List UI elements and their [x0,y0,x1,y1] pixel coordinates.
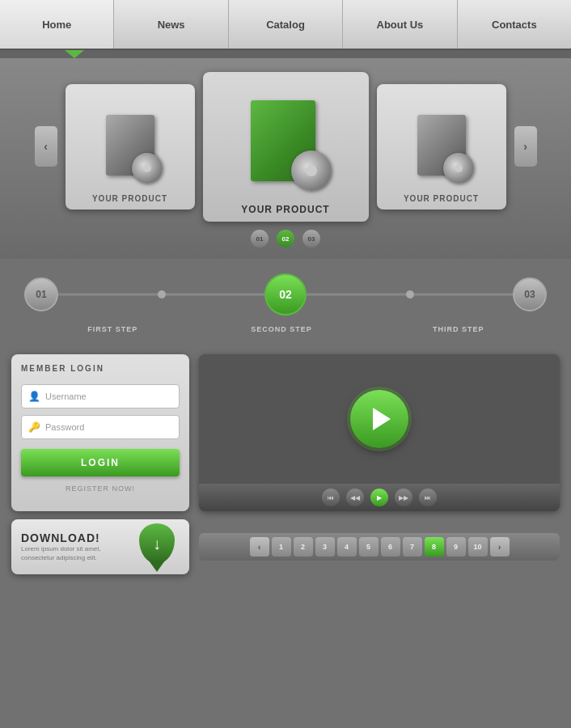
box-disc-3 [443,153,474,184]
step-label-item-1: FIRST STEP [24,320,201,335]
step-circle-1: 01 [24,277,58,311]
user-icon: 👤 [28,391,40,402]
step-circle-3: 03 [513,277,547,311]
login-button[interactable]: LOGIN [21,449,180,476]
carousel-prev[interactable]: ‹ [35,126,57,167]
video-play-ctrl[interactable]: ▶ [370,489,388,506]
step-dot-2 [406,290,414,298]
pagination-prev[interactable]: ‹ [250,537,269,557]
page-7[interactable]: 7 [403,537,422,557]
pagination-next[interactable]: › [490,537,510,557]
login-panel: MEMBER LOGIN 👤 Username 🔑 Password LOGIN… [11,354,189,511]
play-button[interactable] [350,390,408,448]
bottom-row: DOWNLOAD! Lorem ipsum dolor sit amet, co… [0,519,571,582]
username-placeholder: Username [45,392,87,401]
pagination: ‹ 1 2 3 4 5 6 7 8 9 10 › [199,533,560,561]
download-icon-wrap: ↓ [139,523,180,570]
page-5[interactable]: 5 [359,537,379,557]
box-disc-2 [291,150,332,191]
play-icon [373,408,391,430]
step-connector-2 [307,293,513,296]
video-skip-forward[interactable]: ⏭ [419,489,437,506]
nav-indicator [0,50,571,58]
bottom-section: MEMBER LOGIN 👤 Username 🔑 Password LOGIN… [0,346,571,519]
carousel-dot-2[interactable]: 02 [277,230,294,248]
download-widget: DOWNLOAD! Lorem ipsum dolor sit amet, co… [11,519,189,574]
video-forward[interactable]: ▶▶ [395,489,412,506]
carousel-track: ‹ YOUR PRODUCT YOUR PRODUCT YOUR PRODUCT [0,70,571,223]
step-label-3: THIRD STEP [433,325,484,333]
product-box-1 [98,115,163,188]
step-circle-2: 02 [264,273,307,315]
steps-track: 01 02 03 [24,273,547,315]
product-box-3 [409,115,474,188]
video-panel: ⏮ ◀◀ ▶ ▶▶ ⏭ [199,354,560,511]
page-2[interactable]: 2 [294,537,313,557]
video-rewind[interactable]: ◀◀ [346,489,364,506]
card-label-2: YOUR PRODUCT [241,204,329,215]
carousel-dot-3[interactable]: 03 [302,230,320,248]
page-4[interactable]: 4 [337,537,357,557]
step-label-1: FIRST STEP [87,325,137,333]
nav-item-home[interactable]: Home [0,0,114,49]
page-1[interactable]: 1 [272,537,291,557]
nav-item-catalog[interactable]: Catalog [229,0,343,49]
step-label-item-2: SECOND STEP [193,320,370,335]
steps-labels: FIRST STEP SECOND STEP THIRD STEP [24,315,547,335]
page-8[interactable]: 8 [425,537,444,557]
page-10[interactable]: 10 [468,537,488,557]
card-label-1: YOUR PRODUCT [92,194,167,203]
download-title: DOWNLOAD! [21,531,131,544]
step-label-item-3: THIRD STEP [370,320,547,335]
card-label-3: YOUR PRODUCT [404,194,479,203]
product-box-2 [241,100,330,197]
step-connector-1 [58,293,264,296]
login-title: MEMBER LOGIN [21,364,180,373]
page-3[interactable]: 3 [315,537,335,557]
step-dot-1 [158,290,166,298]
password-placeholder: Password [45,422,84,432]
carousel-card-3[interactable]: YOUR PRODUCT [377,84,506,210]
key-icon: 🔑 [28,421,40,433]
download-arrow-icon: ↓ [153,535,161,552]
username-field[interactable]: 👤 Username [21,384,180,408]
nav-item-contacts[interactable]: Contacts [458,0,571,49]
register-link[interactable]: REGISTER NOW! [21,485,180,493]
step-label-2: SECOND STEP [251,325,312,333]
nav-item-news[interactable]: News [114,0,228,49]
download-desc: Lorem ipsum dolor sit amet, consectetur … [21,544,131,562]
carousel-section: ‹ YOUR PRODUCT YOUR PRODUCT YOUR PRODUCT [0,58,571,259]
download-text: DOWNLOAD! Lorem ipsum dolor sit amet, co… [21,531,131,562]
box-disc-1 [132,153,163,184]
password-field[interactable]: 🔑 Password [21,415,180,439]
download-pin[interactable]: ↓ [139,523,175,564]
page-6[interactable]: 6 [381,537,400,557]
carousel-dots: 01 02 03 [0,223,571,251]
carousel-card-1[interactable]: YOUR PRODUCT [66,84,195,210]
video-screen[interactable] [199,354,560,484]
steps-section: 01 02 03 FIRST STEP SECOND STEP THIRD ST… [0,259,571,346]
video-skip-back[interactable]: ⏮ [322,489,340,506]
video-controls: ⏮ ◀◀ ▶ ▶▶ ⏭ [199,484,560,511]
carousel-card-2[interactable]: YOUR PRODUCT [203,72,369,222]
nav-item-about[interactable]: About Us [343,0,457,49]
page-9[interactable]: 9 [446,537,466,557]
navigation: Home News Catalog About Us Contacts [0,0,571,50]
carousel-dot-1[interactable]: 01 [251,230,269,248]
carousel-next[interactable]: › [514,126,537,167]
nav-arrow [65,50,84,58]
